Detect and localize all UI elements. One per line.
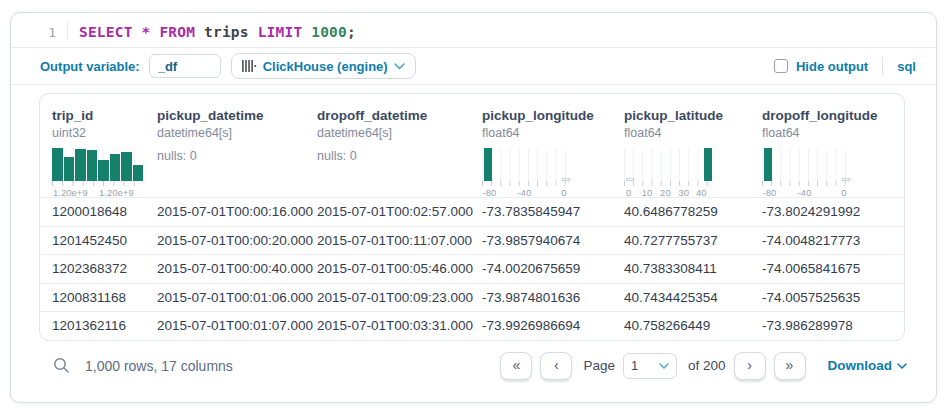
column-name: pickup_longitude: [482, 104, 624, 123]
histogram-bar: [764, 148, 772, 181]
line-number: 1: [11, 22, 68, 40]
histogram-bar: [121, 152, 132, 181]
sql-token: 1000: [311, 24, 347, 40]
histogram-bar: [626, 178, 634, 181]
table-cell: 40.7277755737: [624, 233, 762, 248]
table-cell: 2015-07-01T00:00:40.000: [157, 261, 317, 276]
table-row[interactable]: 12014524502015-07-01T00:00:20.0002015-07…: [40, 226, 904, 255]
table-cell: 40.6486778259: [624, 204, 762, 219]
table-cell: -74.0065841675: [762, 261, 905, 276]
output-panel: trip_iduint321.20e+91.20e+9pickup_dateti…: [11, 85, 936, 387]
table-cell: -73.9874801636: [482, 290, 624, 305]
column-histogram: 010203040: [624, 148, 716, 197]
table-cell: 40.7434425354: [624, 290, 762, 305]
column-name: pickup_latitude: [624, 104, 762, 123]
histogram-bar: [704, 148, 712, 181]
table-body: 12000186482015-07-01T00:00:16.0002015-07…: [40, 197, 904, 340]
table-cell: -74.0048217773: [762, 233, 905, 248]
histogram-bar: [842, 178, 850, 181]
table-cell: 2015-07-01T00:05:46.000: [317, 261, 482, 276]
table-cell: -73.9926986694: [482, 318, 624, 333]
sql-code[interactable]: SELECT * FROM trips LIMIT 1000;: [68, 22, 356, 40]
hide-output-label[interactable]: Hide output: [796, 59, 868, 74]
histogram-bar: [87, 150, 98, 181]
column-header-pickup_longitude[interactable]: pickup_longitudefloat64-80-400: [482, 104, 624, 197]
table-cell: 1200831168: [52, 290, 157, 305]
result-table: trip_iduint321.20e+91.20e+9pickup_dateti…: [39, 93, 905, 341]
histogram-bar: [562, 178, 570, 181]
table-cell: 2015-07-01T00:00:20.000: [157, 233, 317, 248]
output-variable-input[interactable]: [149, 54, 221, 78]
histogram-axis-labels: 010203040: [624, 186, 716, 197]
column-histogram: -80-400: [482, 148, 574, 197]
table-cell: -73.986289978: [762, 318, 905, 333]
sql-cell-card: 1 SELECT * FROM trips LIMIT 1000; Output…: [10, 12, 937, 403]
table-cell: 2015-07-01T00:11:07.000: [317, 233, 482, 248]
table-header-row: trip_iduint321.20e+91.20e+9pickup_dateti…: [40, 94, 904, 197]
column-header-trip_id[interactable]: trip_iduint321.20e+91.20e+9: [52, 104, 157, 197]
column-header-pickup_datetime[interactable]: pickup_datetimedatetime64[s]nulls: 0: [157, 104, 317, 197]
histogram-bar: [484, 148, 492, 181]
hide-output-checkbox[interactable]: [774, 59, 788, 73]
table-cell: 1200018648: [52, 204, 157, 219]
sql-editor[interactable]: 1 SELECT * FROM trips LIMIT 1000;: [11, 13, 936, 47]
column-name: dropoff_longitude: [762, 104, 905, 123]
histogram-bar: [75, 149, 86, 181]
column-type: datetime64[s]: [157, 126, 317, 140]
toolbar-divider: [882, 57, 883, 75]
table-footer: 1,000 rows, 17 columns « ‹ Page 1 of 200…: [39, 341, 931, 387]
table-cell: 2015-07-01T00:01:07.000: [157, 318, 317, 333]
prev-page-button[interactable]: ‹: [540, 352, 572, 380]
table-cell: -73.8024291992: [762, 204, 905, 219]
histogram-bar: [64, 157, 75, 181]
cell-language-badge[interactable]: sql: [897, 59, 916, 74]
table-cell: 1201362116: [52, 318, 157, 333]
download-link[interactable]: Download: [828, 358, 908, 373]
engine-selector-label: ClickHouse (engine): [263, 59, 388, 74]
total-pages-label: of 200: [688, 358, 726, 373]
table-row[interactable]: 12000186482015-07-01T00:00:16.0002015-07…: [40, 197, 904, 226]
sql-token: [302, 24, 311, 40]
table-cell: -73.9857940674: [482, 233, 624, 248]
table-row[interactable]: 12013621162015-07-01T00:01:07.0002015-07…: [40, 311, 904, 340]
column-header-pickup_latitude[interactable]: pickup_latitudefloat64010203040: [624, 104, 762, 197]
download-label: Download: [828, 358, 893, 373]
histogram-bar: [110, 154, 121, 181]
last-page-button[interactable]: »: [774, 352, 806, 380]
sql-token: trips: [195, 24, 258, 40]
page-number-select[interactable]: 1: [623, 353, 677, 379]
table-row[interactable]: 12023683722015-07-01T00:00:40.0002015-07…: [40, 254, 904, 283]
sql-token: ;: [347, 24, 356, 40]
table-cell: -74.0020675659: [482, 261, 624, 276]
table-cell: 2015-07-01T00:03:31.000: [317, 318, 482, 333]
table-cell: 2015-07-01T00:09:23.000: [317, 290, 482, 305]
sql-token: LIMIT: [258, 24, 303, 40]
chevron-down-icon: [897, 363, 907, 369]
search-icon[interactable]: [53, 357, 70, 374]
column-header-dropoff_datetime[interactable]: dropoff_datetimedatetime64[s]nulls: 0: [317, 104, 482, 197]
table-cell: -73.7835845947: [482, 204, 624, 219]
column-histogram: -80-400: [762, 148, 854, 197]
clickhouse-icon: [242, 60, 257, 72]
chevron-down-icon: [659, 363, 669, 369]
column-header-dropoff_longitude[interactable]: dropoff_longitudefloat64-80-400: [762, 104, 905, 197]
table-cell: 2015-07-01T00:00:16.000: [157, 204, 317, 219]
table-cell: -74.0057525635: [762, 290, 905, 305]
histogram-bar: [98, 160, 109, 181]
histogram-bar: [52, 148, 63, 181]
histogram-bar: [133, 165, 144, 182]
table-row[interactable]: 12008311682015-07-01T00:01:06.0002015-07…: [40, 283, 904, 312]
table-cell: 1201452450: [52, 233, 157, 248]
column-name: trip_id: [52, 104, 157, 123]
first-page-button[interactable]: «: [500, 352, 532, 380]
next-page-button[interactable]: ›: [734, 352, 766, 380]
page-label: Page: [583, 358, 615, 373]
column-name: dropoff_datetime: [317, 104, 482, 123]
table-cell: 1202368372: [52, 261, 157, 276]
pagination-controls: « ‹ Page 1 of 200 › » Download: [500, 352, 907, 380]
table-cell: 40.7383308411: [624, 261, 762, 276]
engine-selector-button[interactable]: ClickHouse (engine): [231, 53, 416, 79]
column-type: float64: [762, 126, 905, 140]
row-count-summary: 1,000 rows, 17 columns: [85, 358, 233, 374]
column-type: uint32: [52, 126, 157, 140]
